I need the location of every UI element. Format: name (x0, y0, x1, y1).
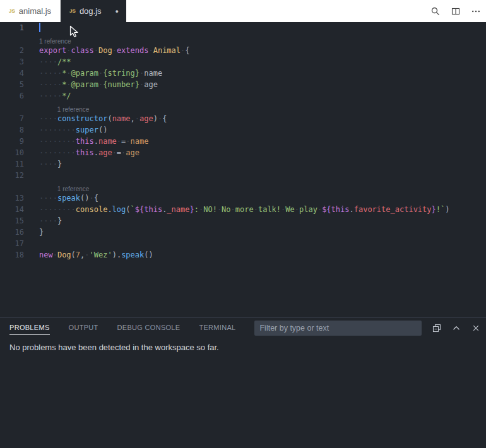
code-token: @param (71, 69, 98, 78)
code-line[interactable]: 2export·class·Dog·extends·Animal·{ (0, 45, 486, 56)
split-editor-button[interactable] (451, 6, 461, 16)
code-token: Dog (98, 46, 112, 55)
line-number[interactable]: 10 (0, 147, 39, 158)
code-line[interactable]: 14········console.log(`${this._name}:·NO… (0, 204, 486, 215)
whitespace-dots: · (117, 137, 121, 146)
whitespace-dots: · (148, 46, 153, 55)
panel-tab-terminal[interactable]: TERMINAL (199, 321, 235, 334)
search-button[interactable] (430, 6, 441, 16)
collapse-all-button[interactable] (432, 323, 442, 333)
code-line[interactable]: 5·····*·@param·{number}·age (0, 79, 486, 90)
text-caret (39, 23, 40, 32)
code-token: new (39, 251, 53, 259)
whitespace-dots: ········ (39, 205, 76, 214)
panel-tab-problems[interactable]: PROBLEMS (9, 321, 50, 335)
code-line[interactable]: 9········this.name·=·name (0, 136, 486, 147)
whitespace-dots: · (231, 205, 235, 214)
code-editor[interactable]: 11 reference2export·class·Dog·extends·An… (0, 22, 486, 317)
line-number[interactable]: 4 (0, 68, 39, 79)
code-token: play (299, 205, 317, 214)
panel-tab-list: PROBLEMSOUTPUTDEBUG CONSOLETERMINAL (9, 321, 254, 335)
more-actions-button[interactable] (471, 6, 481, 16)
code-line[interactable]: 3····/** (0, 56, 486, 68)
tab-dog.js[interactable]: JSdog.js● (61, 0, 126, 22)
panel-tab-debug-console[interactable]: DEBUG CONSOLE (117, 321, 181, 334)
js-file-icon: JS (69, 8, 76, 14)
codelens-row[interactable]: 1 reference (0, 181, 486, 192)
code-token: ( (126, 205, 130, 214)
code-token: {string} (103, 69, 139, 78)
maximize-panel-button[interactable] (451, 323, 461, 333)
code-token: : (194, 205, 199, 214)
code-token: age (98, 148, 112, 157)
whitespace-dots: · (254, 205, 258, 214)
whitespace-dots: · (112, 148, 117, 157)
code-line[interactable]: 6·····*/ (0, 90, 486, 102)
modified-indicator[interactable]: ● (116, 8, 119, 15)
js-file-icon: JS (9, 8, 15, 14)
close-panel-button[interactable] (471, 323, 481, 333)
line-number[interactable]: 2 (0, 45, 39, 56)
code-line[interactable]: 18new·Dog(7,·'Wez').speak() (0, 249, 486, 261)
tab-animal.js[interactable]: JSanimal.js (0, 0, 61, 22)
line-number[interactable]: 13 (0, 192, 39, 204)
line-number[interactable]: 5 (0, 79, 39, 90)
tab-label: dog.js (80, 6, 102, 16)
code-token: { (185, 46, 189, 55)
panel-icons (432, 323, 481, 333)
code-line[interactable]: 16} (0, 227, 486, 238)
code-token: console (76, 205, 108, 214)
line-number (0, 33, 39, 45)
line-number (0, 181, 39, 192)
code-token: this (76, 137, 94, 146)
line-number[interactable]: 8 (0, 124, 39, 136)
code-token: extends (117, 46, 149, 55)
panel-content: No problems have been detected in the wo… (0, 336, 486, 359)
line-number[interactable]: 9 (0, 136, 39, 147)
code-line[interactable]: 7····constructor(name,·age)·{ (0, 113, 486, 124)
code-line[interactable]: 12 (0, 170, 486, 181)
code-token: ` (131, 205, 135, 214)
code-line[interactable]: 17 (0, 238, 486, 249)
code-line[interactable]: 10········this.age·=·age (0, 147, 486, 158)
line-number[interactable]: 7 (0, 113, 39, 124)
line-number[interactable]: 3 (0, 56, 39, 68)
editor-actions (430, 0, 486, 22)
codelens-row[interactable]: 1 reference (0, 102, 486, 113)
code-line[interactable]: 13····speak()·{ (0, 192, 486, 204)
line-number[interactable]: 1 (0, 22, 39, 33)
line-number[interactable]: 6 (0, 90, 39, 102)
code-token: this (144, 205, 162, 214)
line-number[interactable]: 12 (0, 170, 39, 181)
code-token: name (144, 69, 162, 78)
whitespace-dots: ····· (39, 91, 62, 100)
code-line[interactable]: 4·····*·@param·{string}·name (0, 68, 486, 79)
maximize-panel-icon (451, 323, 461, 333)
bottom-panel: PROBLEMSOUTPUTDEBUG CONSOLETERMINAL (0, 317, 486, 448)
code-token: } (432, 205, 436, 214)
line-number (0, 102, 39, 113)
line-number[interactable]: 14 (0, 204, 39, 215)
codelens-row[interactable]: 1 reference (0, 33, 486, 45)
code-token: Animal (153, 46, 181, 55)
line-number[interactable]: 18 (0, 249, 39, 261)
whitespace-dots: ···· (39, 194, 57, 203)
panel-header: PROBLEMSOUTPUTDEBUG CONSOLETERMINAL (0, 318, 486, 336)
code-line[interactable]: 1 (0, 22, 486, 33)
whitespace-dots: · (295, 205, 299, 214)
line-number[interactable]: 16 (0, 227, 39, 238)
line-number[interactable]: 17 (0, 238, 39, 249)
code-line[interactable]: 8········super() (0, 124, 486, 136)
code-token: class (71, 46, 94, 55)
code-token: No (222, 205, 230, 214)
whitespace-dots: · (66, 69, 71, 78)
line-number[interactable]: 15 (0, 215, 39, 227)
code-token: () (98, 126, 107, 134)
code-line[interactable]: 15····} (0, 215, 486, 227)
line-number[interactable]: 11 (0, 158, 39, 170)
panel-tab-output[interactable]: OUTPUT (69, 321, 98, 334)
whitespace-dots: · (85, 251, 89, 259)
whitespace-dots: · (135, 114, 139, 123)
code-line[interactable]: 11····} (0, 158, 486, 170)
problems-filter-input[interactable] (254, 321, 422, 336)
